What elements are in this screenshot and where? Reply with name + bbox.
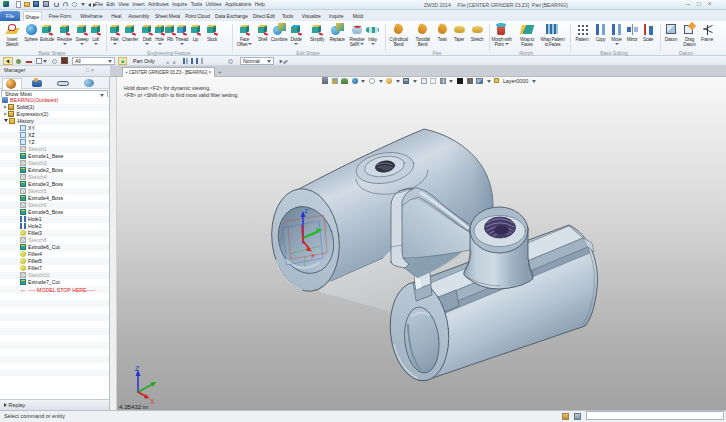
svg-text:X: X [311, 253, 315, 259]
svg-text:X: X [150, 398, 155, 405]
svg-text:Z: Z [135, 365, 140, 372]
